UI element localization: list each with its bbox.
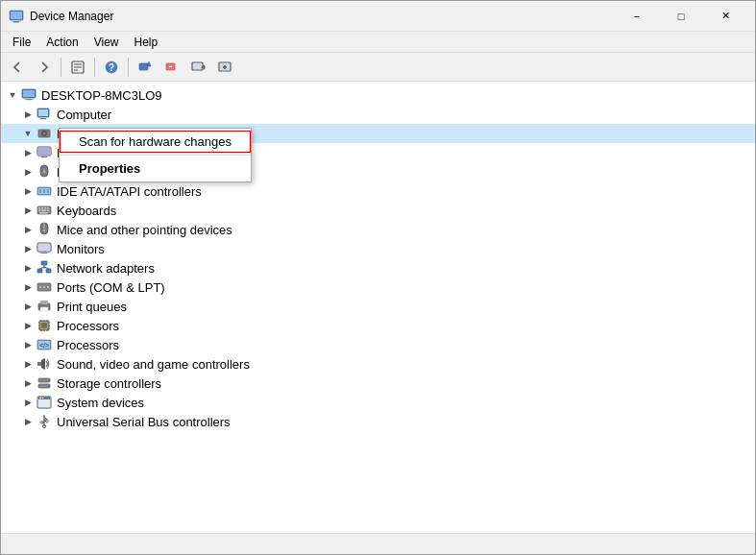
tree-item-software[interactable]: ▶ </> Processors	[1, 335, 755, 354]
svg-rect-46	[41, 210, 46, 212]
svg-rect-38	[43, 189, 45, 193]
menu-view[interactable]: View	[86, 32, 127, 53]
svg-point-65	[47, 286, 49, 288]
expander-sound[interactable]: ▶	[20, 356, 36, 372]
hid-icon	[36, 163, 53, 181]
expander-ide[interactable]: ▶	[20, 183, 36, 199]
svg-point-28	[43, 133, 45, 134]
expander-computer[interactable]: ▶	[20, 107, 36, 122]
svg-rect-47	[47, 210, 49, 212]
svg-rect-41	[38, 207, 40, 209]
tree-item-ports[interactable]: ▶ Ports (COM & LPT)	[1, 278, 755, 297]
software-label: Processors	[57, 338, 119, 352]
svg-rect-48	[39, 212, 48, 214]
expander-hid[interactable]: ▶	[20, 164, 36, 180]
svg-rect-31	[41, 157, 47, 157]
keyboard-icon	[36, 202, 53, 219]
expander-software[interactable]: ▶	[20, 337, 36, 352]
expander-monitors[interactable]: ▶	[20, 241, 36, 256]
ide-icon	[36, 182, 53, 200]
tree-item-mice[interactable]: ▶ Mice and other pointing devices	[1, 220, 755, 239]
svg-rect-14	[193, 63, 202, 69]
svg-point-51	[43, 229, 46, 232]
network-icon	[36, 259, 53, 277]
expander-processors[interactable]: ▶	[20, 318, 36, 333]
system-icon	[36, 394, 53, 411]
expander-mice[interactable]: ▶	[20, 222, 36, 237]
expander-usb[interactable]: ▶	[20, 414, 36, 429]
help-button[interactable]: ?	[99, 56, 124, 79]
usb-label: Universal Serial Bus controllers	[57, 415, 231, 429]
sound-icon	[36, 355, 53, 373]
update-driver-button[interactable]	[133, 56, 158, 79]
uninstall-button[interactable]	[159, 56, 184, 79]
svg-point-91	[48, 379, 50, 381]
properties-button[interactable]	[65, 56, 90, 79]
back-button[interactable]	[5, 56, 30, 79]
svg-rect-39	[47, 189, 49, 193]
menu-file[interactable]: File	[5, 32, 38, 53]
expander-system[interactable]: ▶	[20, 395, 36, 410]
expander-keyboard[interactable]: ▶	[20, 203, 36, 218]
context-menu: Scan for hardware changes Properties	[59, 128, 252, 182]
tree-item-storage[interactable]: ▶ Storage controllers	[1, 374, 755, 393]
storage-label: Storage controllers	[57, 376, 161, 391]
tree-item-print[interactable]: ▶ Print queues	[1, 297, 755, 316]
processor-icon	[36, 317, 53, 334]
tree-item-computer[interactable]: ▶ Computer	[1, 105, 755, 124]
svg-point-96	[39, 398, 41, 399]
ide-label: IDE ATA/ATAPI controllers	[57, 184, 202, 199]
monitor-icon	[36, 240, 53, 257]
svg-point-69	[47, 304, 49, 306]
context-menu-scan[interactable]: Scan for hardware changes	[60, 131, 251, 153]
computer-label: Computer	[57, 108, 111, 122]
monitors-label: Monitors	[57, 242, 105, 256]
expander-root[interactable]: ▼	[5, 87, 20, 103]
svg-rect-20	[23, 90, 35, 97]
print-icon	[36, 298, 53, 315]
expander-disk[interactable]: ▼	[20, 126, 36, 141]
mice-label: Mice and other pointing devices	[57, 223, 232, 237]
svg-rect-88	[37, 362, 41, 366]
expander-network[interactable]: ▶	[20, 260, 36, 276]
tree-item-usb[interactable]: ▶ Universal Serial Bus controllers	[1, 412, 755, 431]
expander-display[interactable]: ▶	[20, 145, 36, 160]
tree-item-system[interactable]: ▶ System devices	[1, 393, 755, 412]
svg-point-64	[43, 286, 45, 288]
tree-item-sound[interactable]: ▶ Sound, video and game controllers	[1, 354, 755, 374]
svg-rect-58	[46, 269, 51, 273]
context-menu-properties[interactable]: Properties	[60, 157, 251, 180]
tree-item-monitors[interactable]: ▶ Monitors	[1, 239, 755, 258]
svg-point-97	[42, 398, 44, 399]
device-tree[interactable]: ▼ DESKTOP-8MC3LO9 ▶	[1, 82, 755, 533]
menu-help[interactable]: Help	[127, 32, 166, 53]
software-icon: </>	[36, 336, 53, 353]
titlebar: Device Manager − □ ✕	[1, 1, 755, 32]
tree-item-network[interactable]: ▶ Network adapters	[1, 258, 755, 278]
expander-storage[interactable]: ▶	[20, 375, 36, 391]
scan-hardware-button[interactable]	[186, 56, 211, 79]
maximize-button[interactable]: □	[659, 1, 703, 32]
expander-ports[interactable]: ▶	[20, 279, 36, 295]
close-button[interactable]: ✕	[703, 1, 747, 32]
svg-rect-44	[47, 207, 49, 209]
tree-item-keyboard[interactable]: ▶ Keyboards	[1, 201, 755, 220]
svg-rect-57	[37, 269, 42, 273]
forward-button[interactable]	[32, 56, 57, 79]
add-legacy-button[interactable]	[213, 56, 238, 79]
tree-item-root[interactable]: ▼ DESKTOP-8MC3LO9	[1, 85, 755, 105]
minimize-button[interactable]: −	[615, 1, 659, 32]
sound-label: Sound, video and game controllers	[57, 357, 250, 372]
svg-rect-55	[39, 253, 49, 254]
ports-label: Ports (COM & LPT)	[57, 280, 165, 295]
menu-action[interactable]: Action	[38, 32, 85, 53]
toolbar-separator-3	[128, 58, 129, 77]
tree-item-processors[interactable]: ▶	[1, 316, 755, 335]
titlebar-icon	[9, 9, 24, 24]
svg-rect-1	[11, 12, 22, 19]
tree-item-ide[interactable]: ▶ IDE ATA/ATAPI controllers	[1, 181, 755, 201]
svg-text:?: ?	[109, 62, 114, 73]
expander-print[interactable]: ▶	[20, 299, 36, 314]
titlebar-title: Device Manager	[30, 10, 615, 23]
svg-rect-45	[38, 210, 40, 212]
